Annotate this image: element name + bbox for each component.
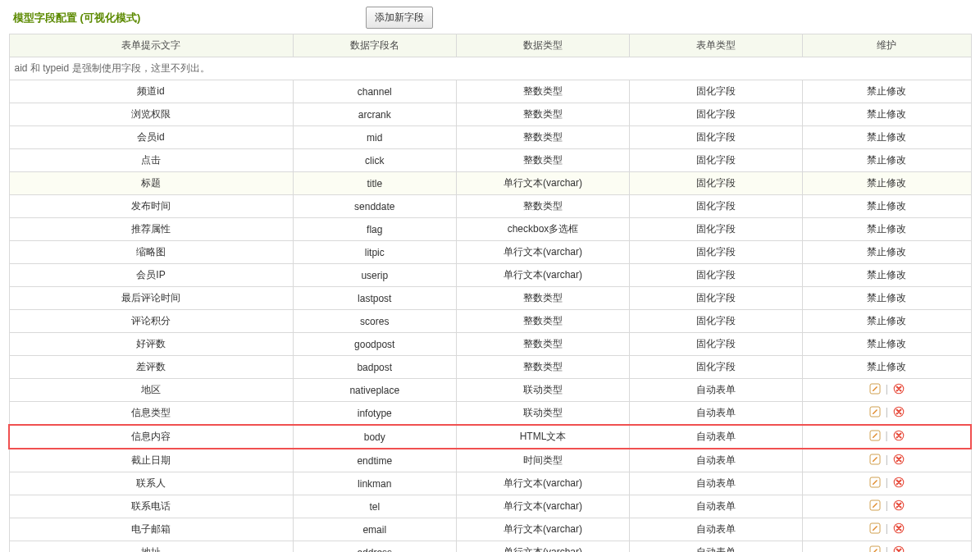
edit-icon[interactable]: [869, 500, 881, 511]
note-row: aid 和 typeid 是强制使用字段，这里不列出。: [9, 57, 971, 80]
delete-icon[interactable]: [893, 430, 905, 441]
cell-ftype: 自动表单: [630, 518, 803, 541]
separator: |: [886, 454, 888, 465]
delete-icon[interactable]: [893, 383, 905, 395]
cell-label: 推荐属性: [9, 218, 293, 241]
edit-icon[interactable]: [869, 522, 881, 534]
cell-ftype: 固化字段: [630, 172, 803, 195]
cell-ftype: 固化字段: [630, 287, 803, 310]
delete-icon[interactable]: [893, 406, 905, 417]
action-icons: |: [869, 383, 905, 395]
edit-icon[interactable]: [869, 430, 881, 441]
delete-icon[interactable]: [893, 545, 905, 552]
edit-icon[interactable]: [869, 406, 881, 417]
action-icons: |: [869, 500, 905, 511]
no-modify-text: 禁止修改: [867, 177, 906, 189]
cell-label: 点击: [9, 149, 293, 172]
cell-maintain: |: [803, 472, 971, 495]
cell-maintain: 禁止修改: [803, 149, 971, 172]
cell-label: 信息类型: [9, 402, 293, 426]
action-icons: |: [869, 454, 905, 465]
cell-ftype: 自动表单: [630, 379, 803, 402]
cell-field: userip: [293, 264, 456, 287]
cell-label: 会员IP: [9, 264, 293, 287]
cell-label: 缩略图: [9, 241, 293, 264]
table-row: 缩略图litpic单行文本(varchar)固化字段禁止修改: [9, 241, 971, 264]
cell-maintain: |: [803, 402, 971, 426]
no-modify-text: 禁止修改: [867, 292, 906, 303]
cell-maintain: 禁止修改: [803, 356, 971, 379]
cell-field: litpic: [293, 241, 456, 264]
table-row: 发布时间senddate整数类型固化字段禁止修改: [9, 195, 971, 218]
cell-dtype: 单行文本(varchar): [456, 172, 629, 195]
no-modify-text: 禁止修改: [867, 154, 906, 166]
cell-field: lastpost: [293, 287, 456, 310]
cell-ftype: 自动表单: [630, 495, 803, 518]
cell-ftype: 固化字段: [630, 126, 803, 149]
edit-icon[interactable]: [869, 383, 881, 395]
cell-field: address: [293, 541, 456, 553]
fields-table-wrap: 表单提示文字 数据字段名 数据类型 表单类型 维护 aid 和 typeid 是…: [8, 34, 972, 552]
cell-maintain: |: [803, 495, 971, 518]
cell-field: infotype: [293, 402, 456, 426]
table-row: 评论积分scores整数类型固化字段禁止修改: [9, 310, 971, 333]
cell-ftype: 固化字段: [630, 264, 803, 287]
cell-field: nativeplace: [293, 379, 456, 402]
cell-maintain: 禁止修改: [803, 172, 971, 195]
delete-icon[interactable]: [893, 500, 905, 511]
cell-label: 地址: [9, 541, 293, 553]
cell-dtype: 整数类型: [456, 310, 629, 333]
separator: |: [886, 406, 888, 417]
cell-maintain: 禁止修改: [803, 126, 971, 149]
delete-icon[interactable]: [893, 477, 905, 488]
table-row: 频道idchannel整数类型固化字段禁止修改: [9, 80, 971, 103]
cell-label: 评论积分: [9, 310, 293, 333]
cell-field: senddate: [293, 195, 456, 218]
edit-icon[interactable]: [869, 477, 881, 488]
cell-dtype: 单行文本(varchar): [456, 241, 629, 264]
edit-icon[interactable]: [869, 454, 881, 465]
edit-icon[interactable]: [869, 545, 881, 552]
cell-ftype: 固化字段: [630, 195, 803, 218]
no-modify-text: 禁止修改: [867, 246, 906, 258]
cell-maintain: 禁止修改: [803, 103, 971, 126]
no-modify-text: 禁止修改: [867, 108, 906, 120]
no-modify-text: 禁止修改: [867, 85, 906, 97]
separator: |: [886, 500, 888, 511]
cell-maintain: 禁止修改: [803, 333, 971, 356]
table-row: 点击click整数类型固化字段禁止修改: [9, 149, 971, 172]
add-field-button[interactable]: 添加新字段: [366, 7, 433, 29]
table-row: 地址address单行文本(varchar)自动表单|: [9, 541, 971, 553]
table-row: 电子邮箱email单行文本(varchar)自动表单|: [9, 518, 971, 541]
cell-dtype: 整数类型: [456, 103, 629, 126]
table-row: 好评数goodpost整数类型固化字段禁止修改: [9, 333, 971, 356]
cell-field: goodpost: [293, 333, 456, 356]
cell-ftype: 自动表单: [630, 472, 803, 495]
cell-field: linkman: [293, 472, 456, 495]
table-row: 联系电话tel单行文本(varchar)自动表单|: [9, 495, 971, 518]
table-row: 浏览权限arcrank整数类型固化字段禁止修改: [9, 103, 971, 126]
cell-dtype: 单行文本(varchar): [456, 264, 629, 287]
table-row: 推荐属性flagcheckbox多选框固化字段禁止修改: [9, 218, 971, 241]
cell-field: arcrank: [293, 103, 456, 126]
no-modify-text: 禁止修改: [867, 200, 906, 212]
delete-icon[interactable]: [893, 454, 905, 465]
col-dtype: 数据类型: [456, 34, 629, 57]
table-row: 标题title单行文本(varchar)固化字段禁止修改: [9, 172, 971, 195]
table-row: 会员idmid整数类型固化字段禁止修改: [9, 126, 971, 149]
table-row: 差评数badpost整数类型固化字段禁止修改: [9, 356, 971, 379]
cell-dtype: HTML文本: [456, 425, 629, 449]
table-row: 最后评论时间lastpost整数类型固化字段禁止修改: [9, 287, 971, 310]
section-title: 模型字段配置 (可视化模式): [13, 11, 366, 25]
note-text: aid 和 typeid 是强制使用字段，这里不列出。: [9, 57, 971, 80]
cell-field: badpost: [293, 356, 456, 379]
col-maintain: 维护: [803, 34, 971, 57]
separator: |: [886, 545, 888, 552]
cell-maintain: 禁止修改: [803, 195, 971, 218]
cell-ftype: 自动表单: [630, 541, 803, 553]
cell-dtype: 联动类型: [456, 379, 629, 402]
cell-maintain: 禁止修改: [803, 287, 971, 310]
delete-icon[interactable]: [893, 522, 905, 534]
cell-dtype: 单行文本(varchar): [456, 495, 629, 518]
no-modify-text: 禁止修改: [867, 361, 906, 372]
